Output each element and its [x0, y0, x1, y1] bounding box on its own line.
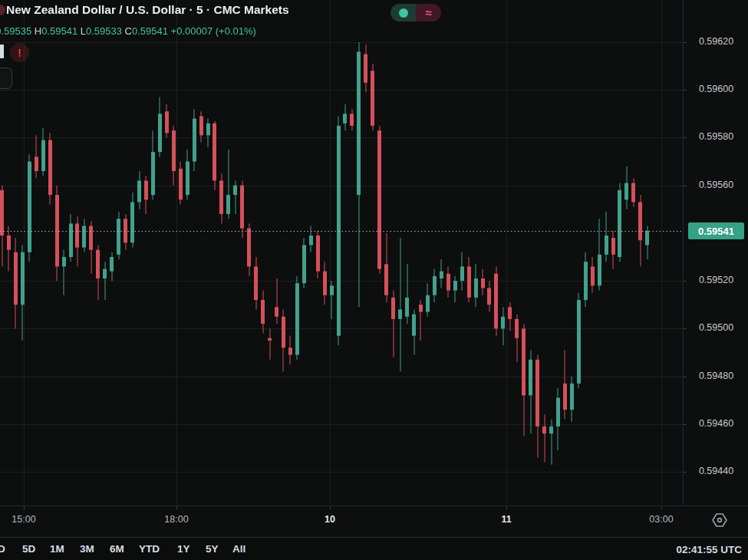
time-tick-mark — [661, 506, 662, 509]
time-tick-mark — [24, 506, 25, 509]
price-tick-label: 0.59620 — [684, 36, 748, 47]
time-tick-label: 10 — [325, 514, 335, 525]
clock-utc[interactable]: 02:41:55 UTC — [676, 544, 742, 555]
axis-settings-icon[interactable] — [710, 511, 729, 529]
price-tick-label: 0.59460 — [684, 418, 748, 429]
candlestick-chart-canvas[interactable] — [0, 0, 683, 506]
left-toolbar-icon-fragment — [0, 44, 4, 58]
ohlc-readout: O0.59535 H0.59541 L0.59533 C0.59541 +0.0… — [0, 25, 256, 37]
price-tick-label: 0.59580 — [684, 131, 748, 142]
ohlc-value: 0.59541 — [132, 25, 168, 37]
price-tick-label: 0.59500 — [684, 322, 748, 333]
left-toolbar-button[interactable] — [0, 68, 12, 89]
range-button-1Y[interactable]: 1Y — [174, 542, 193, 556]
price-tick-label: 0.59560 — [684, 180, 748, 190]
symbol-title[interactable]: New Zealand Dollar / U.S. Dollar · 5 · C… — [6, 3, 289, 17]
price-axis[interactable]: 0.59541 0.596200.596000.595800.595600.59… — [683, 0, 748, 506]
time-tick-label: 18:00 — [164, 514, 188, 525]
price-tick-label: 0.59520 — [684, 275, 748, 285]
price-tick-label: 0.59600 — [684, 84, 748, 94]
trading-chart-app: 0.59541 0.596200.596000.595800.595600.59… — [0, 0, 748, 560]
range-button-5Y[interactable]: 5Y — [203, 542, 222, 556]
current-price-label: 0.59541 — [688, 222, 744, 239]
notifications-toggle[interactable]: ≈ — [416, 4, 441, 21]
ohlc-value: 0.59533 — [86, 25, 122, 37]
bottom-toolbar: D5D1M3M6MYTD1Y5YAll 02:41:55 UTC — [0, 537, 748, 560]
market-open-dot-icon — [399, 8, 408, 18]
ohlc-value: 0.59535 — [0, 25, 31, 37]
time-tick-label: 03:00 — [649, 514, 673, 525]
ohlc-letter: H — [31, 25, 41, 37]
time-tick-mark — [330, 506, 331, 509]
ohlc-letter: C — [122, 25, 132, 37]
price-tick-label: 0.59480 — [684, 371, 748, 381]
range-button-D[interactable]: D — [0, 542, 8, 556]
alert-exclamation-icon[interactable]: ! — [10, 43, 29, 62]
time-tick-label: 11 — [501, 514, 511, 525]
range-button-1M[interactable]: 1M — [47, 542, 68, 556]
range-button-YTD[interactable]: YTD — [136, 542, 163, 556]
ohlc-letter: L — [77, 25, 86, 37]
market-status-toggle[interactable] — [390, 4, 416, 21]
range-button-6M[interactable]: 6M — [107, 542, 127, 556]
range-button-3M[interactable]: 3M — [77, 542, 97, 556]
time-tick-mark — [176, 506, 177, 509]
range-button-All[interactable]: All — [229, 542, 249, 556]
price-change: +0.00007 (+0.01%) — [168, 25, 256, 37]
range-button-5D[interactable]: 5D — [19, 542, 38, 556]
time-tick-mark — [506, 506, 507, 509]
price-tick-label: 0.59440 — [684, 466, 748, 476]
time-tick-label: 15:00 — [12, 514, 35, 525]
ohlc-value: 0.59541 — [41, 25, 77, 37]
status-toggle-pill: ≈ — [390, 4, 441, 21]
time-axis[interactable]: 15:0018:00101103:00 — [0, 506, 748, 538]
